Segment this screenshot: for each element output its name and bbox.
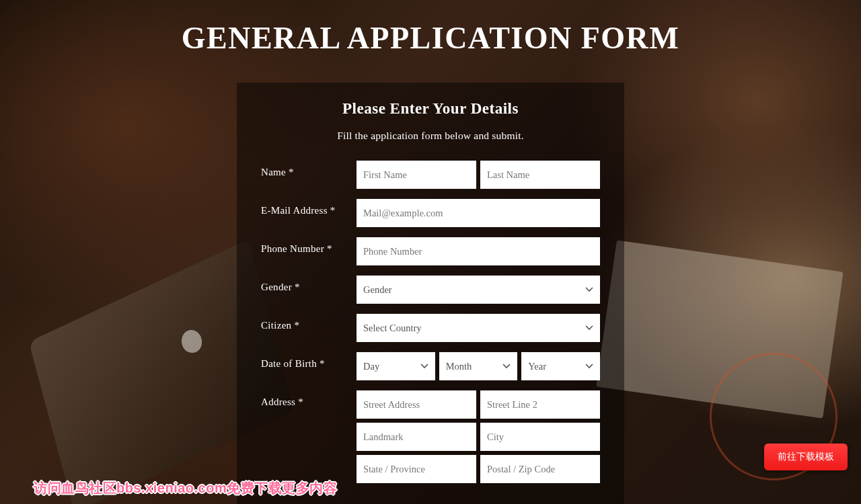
country-select[interactable]: Select Country — [357, 314, 600, 342]
label-dob: Date of Birth * — [261, 352, 357, 370]
street2-input[interactable] — [480, 390, 600, 419]
first-name-input[interactable] — [357, 161, 476, 189]
last-name-input[interactable] — [480, 161, 600, 189]
dob-day-select[interactable]: Day — [357, 352, 435, 380]
gender-select[interactable]: Gender — [357, 276, 600, 304]
state-input[interactable] — [357, 455, 476, 483]
label-name: Name * — [261, 161, 357, 178]
row-name: Name * — [261, 161, 600, 189]
street-input[interactable] — [357, 390, 476, 419]
postal-input[interactable] — [480, 455, 600, 483]
form-subtitle: Please Enter Your Details — [261, 100, 600, 118]
phone-input[interactable] — [357, 237, 600, 265]
label-phone: Phone Number * — [261, 237, 357, 255]
city-input[interactable] — [480, 423, 600, 451]
dob-month-select[interactable]: Month — [439, 352, 518, 380]
form-instruction: Fill the application form below and subm… — [261, 130, 600, 142]
row-address: Address * — [261, 390, 600, 483]
label-email: E-Mail Address * — [261, 199, 357, 216]
label-address: Address * — [261, 390, 357, 408]
row-email: E-Mail Address * — [261, 199, 600, 227]
email-input[interactable] — [357, 199, 600, 227]
page-title: GENERAL APPLICATION FORM — [0, 0, 861, 56]
landmark-input[interactable] — [357, 423, 476, 451]
watermark-text: 访问血鸟社区bbs.xieniao.com免费下载更多内容 — [34, 479, 337, 497]
label-citizen: Citizen * — [261, 314, 357, 331]
dob-year-select[interactable]: Year — [521, 352, 600, 380]
row-citizen: Citizen * Select Country — [261, 314, 600, 342]
row-phone: Phone Number * — [261, 237, 600, 265]
application-form: Please Enter Your Details Fill the appli… — [237, 83, 624, 504]
download-template-button[interactable]: 前往下载模板 — [764, 444, 848, 470]
row-gender: Gender * Gender — [261, 276, 600, 304]
label-gender: Gender * — [261, 276, 357, 293]
row-dob: Date of Birth * Day Month Year — [261, 352, 600, 380]
